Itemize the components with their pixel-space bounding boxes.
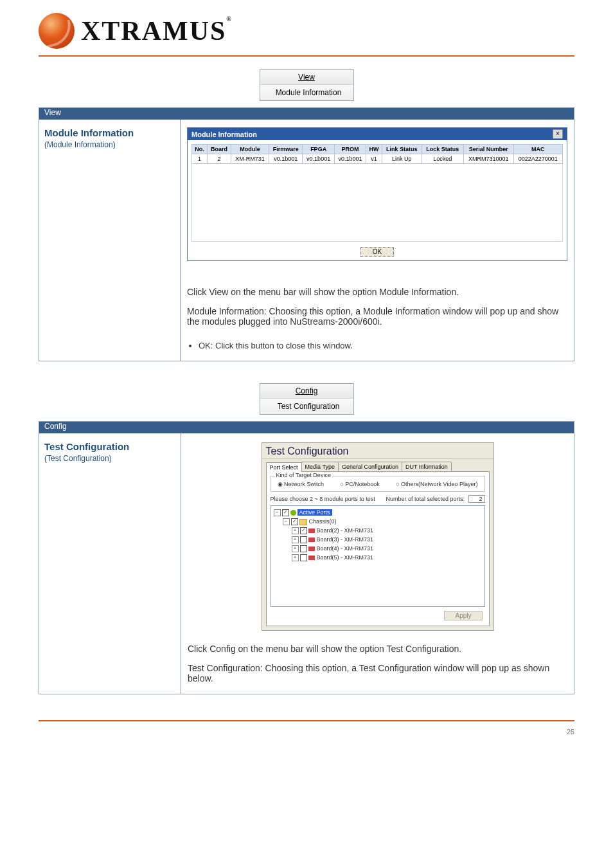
tab-port-select[interactable]: Port Select bbox=[266, 462, 302, 472]
view-desc-top: Click View on the menu bar will show the… bbox=[187, 287, 567, 297]
expand-icon[interactable]: + bbox=[292, 536, 299, 543]
radio-pc-notebook[interactable]: PC/Notebook bbox=[340, 481, 379, 487]
expand-icon[interactable]: + bbox=[292, 527, 299, 534]
col-serial: Serial Number bbox=[463, 145, 513, 154]
port-tree[interactable]: −✓Active Ports −✓Chassis(0) +✓Board(2) -… bbox=[271, 505, 485, 607]
test-configuration-window: Test Configuration Port Select Media Typ… bbox=[262, 442, 494, 631]
num-selected-label: Number of total selected ports: bbox=[386, 496, 465, 502]
expand-icon[interactable]: + bbox=[292, 554, 299, 561]
tree-root[interactable]: Active Ports bbox=[298, 509, 332, 516]
section-left-config: Test Configuration (Test Configuration) bbox=[39, 433, 181, 694]
col-prom: PROM bbox=[334, 145, 366, 154]
col-board: Board bbox=[208, 145, 231, 154]
radio-network-switch[interactable]: Network Switch bbox=[278, 481, 324, 487]
table-empty-area bbox=[191, 164, 563, 242]
checkbox[interactable] bbox=[300, 554, 307, 561]
tree-board[interactable]: Board(5) - XM-RM731 bbox=[317, 554, 374, 561]
section-right-view: Module Information × No. Board Module Fi… bbox=[181, 120, 574, 361]
tab-general-config[interactable]: General Configuration bbox=[338, 462, 402, 471]
port-icon bbox=[308, 538, 315, 542]
collapse-icon[interactable]: − bbox=[283, 518, 290, 525]
checkbox[interactable] bbox=[300, 545, 307, 552]
port-icon bbox=[308, 547, 315, 551]
menu-item-module-information[interactable]: Module Information bbox=[260, 85, 353, 100]
window-title: Module Information bbox=[191, 131, 257, 138]
col-hw: HW bbox=[366, 145, 382, 154]
tree-board[interactable]: Board(4) - XM-RM731 bbox=[317, 545, 374, 552]
col-module: Module bbox=[231, 145, 269, 154]
col-mac: MAC bbox=[513, 145, 562, 154]
section-header-view: View bbox=[39, 108, 574, 120]
section-header-config: Config bbox=[39, 422, 574, 433]
tree-chassis[interactable]: Chassis(0) bbox=[309, 518, 337, 525]
config-desc-top: Click Config on the menu bar will show t… bbox=[188, 644, 567, 654]
expand-icon[interactable]: + bbox=[292, 545, 299, 552]
section-config: Config Test Configuration (Test Configur… bbox=[39, 421, 574, 694]
page-number: 26 bbox=[567, 728, 574, 736]
section-view: View Module Information (Module Informat… bbox=[39, 107, 574, 361]
close-icon[interactable]: × bbox=[553, 129, 563, 139]
menu-screenshot-view: View Module Information bbox=[260, 69, 354, 101]
module-info-table: No. Board Module Firmware FPGA PROM HW L… bbox=[191, 144, 563, 164]
menu-item-test-configuration[interactable]: Test Configuration bbox=[260, 399, 353, 414]
col-firmware: Firmware bbox=[269, 145, 303, 154]
status-dot-icon bbox=[290, 510, 296, 516]
checkbox[interactable]: ✓ bbox=[300, 527, 307, 534]
checkbox[interactable] bbox=[300, 536, 307, 543]
tab-media-type[interactable]: Media Type bbox=[301, 462, 339, 471]
tc-window-title: Test Configuration bbox=[262, 443, 493, 459]
divider bbox=[39, 55, 574, 57]
trademark-icon: ® bbox=[226, 15, 232, 23]
checkbox[interactable]: ✓ bbox=[282, 509, 289, 516]
collapse-icon[interactable]: − bbox=[274, 509, 281, 516]
menu-screenshot-config: Config Test Configuration bbox=[260, 383, 354, 415]
target-device-group: Kind of Target Device Network Switch PC/… bbox=[271, 476, 485, 492]
view-bullet-ok: OK: Click this button to close this wind… bbox=[199, 341, 567, 350]
table-row[interactable]: 1 2 XM-RM731 v0.1b001 v0.1b001 v0.1b001 … bbox=[192, 154, 563, 164]
port-icon bbox=[308, 529, 315, 533]
col-link-status: Link Status bbox=[382, 145, 422, 154]
apply-button[interactable]: Apply bbox=[444, 611, 482, 620]
logo-orb-icon bbox=[39, 13, 75, 49]
radio-others[interactable]: Others(Network Video Player) bbox=[396, 481, 477, 487]
view-desc-mid: Module Information: Choosing this option… bbox=[187, 306, 567, 327]
menubar-config[interactable]: Config bbox=[260, 384, 353, 399]
ok-button[interactable]: OK bbox=[360, 247, 394, 257]
section-left-view: Module Information (Module Information) bbox=[39, 120, 181, 361]
left-title: Module Information bbox=[44, 127, 175, 138]
col-no: No. bbox=[192, 145, 208, 154]
port-icon bbox=[308, 556, 315, 560]
footer-divider bbox=[39, 720, 574, 721]
tab-dut-info[interactable]: DUT Information bbox=[402, 462, 452, 471]
brand-logo: XTRAMUS® bbox=[39, 13, 574, 49]
module-information-window: Module Information × No. Board Module Fi… bbox=[187, 127, 567, 261]
folder-icon bbox=[299, 519, 307, 525]
tc-tabs: Port Select Media Type General Configura… bbox=[262, 462, 493, 471]
left-sub-config: (Test Configuration) bbox=[44, 454, 175, 463]
menubar-view[interactable]: View bbox=[260, 70, 353, 85]
logo-text: XTRAMUS® bbox=[81, 15, 233, 46]
tree-board[interactable]: Board(3) - XM-RM731 bbox=[317, 536, 374, 543]
section-right-config: Test Configuration Port Select Media Typ… bbox=[181, 433, 574, 694]
num-selected-value: 2 bbox=[468, 495, 485, 503]
tree-board[interactable]: Board(2) - XM-RM731 bbox=[317, 527, 374, 534]
col-fpga: FPGA bbox=[303, 145, 334, 154]
tree-instruction: Please choose 2 ~ 8 module ports to test bbox=[271, 496, 375, 502]
checkbox[interactable]: ✓ bbox=[291, 518, 298, 525]
col-lock-status: Lock Status bbox=[422, 145, 463, 154]
left-title-config: Test Configuration bbox=[44, 441, 175, 452]
group-title: Kind of Target Device bbox=[275, 472, 332, 478]
config-desc-mid: Test Configuration: Choosing this option… bbox=[188, 663, 567, 683]
left-sub: (Module Information) bbox=[44, 140, 175, 149]
